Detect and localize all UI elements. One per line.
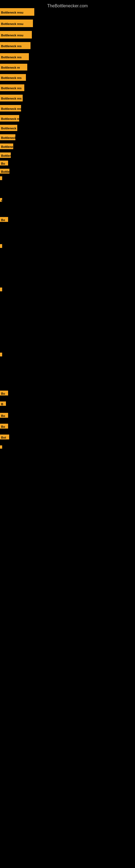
bar-item-9: Bottleneck res bbox=[0, 95, 23, 101]
bar-label-18 bbox=[0, 176, 2, 180]
bar-item-18 bbox=[0, 176, 1, 180]
bar-label-12: Bottleneck r bbox=[0, 125, 17, 131]
bar-item-24 bbox=[0, 244, 1, 248]
bar-item-6: Bottleneck re bbox=[0, 64, 27, 70]
bar-item-31: B bbox=[0, 401, 6, 406]
bar-item-11: Bottleneck re bbox=[0, 115, 19, 122]
bar-item-10: Bottleneck res bbox=[0, 105, 21, 112]
bar-label-29 bbox=[0, 352, 2, 356]
bar-item-13: Bottleneck r bbox=[0, 134, 15, 140]
bar-label-6: Bottleneck re bbox=[0, 64, 27, 70]
bar-label-35 bbox=[0, 445, 2, 448]
bar-item-26 bbox=[0, 287, 1, 291]
bar-label-20: c bbox=[0, 198, 2, 202]
bar-label-14: Bottleneck s bbox=[0, 144, 13, 149]
bar-label-8: Bottleneck res bbox=[0, 84, 24, 91]
bar-item-29 bbox=[0, 352, 1, 356]
bar-label-10: Bottleneck res bbox=[0, 105, 21, 112]
bar-item-12: Bottleneck r bbox=[0, 125, 17, 131]
bar-label-17: Bottle bbox=[0, 169, 9, 174]
bar-label-2: Bottleneck resu bbox=[0, 20, 33, 27]
bar-item-33: Bo bbox=[0, 424, 8, 429]
bar-label-7: Bottleneck res bbox=[0, 74, 26, 81]
bar-item-2: Bottleneck resu bbox=[0, 20, 33, 27]
bar-item-35 bbox=[0, 445, 1, 448]
bar-label-1: Bottleneck resu bbox=[0, 8, 34, 16]
bar-item-15: Bottlen bbox=[0, 152, 11, 158]
bar-label-26 bbox=[0, 287, 2, 291]
bar-label-32: Bo bbox=[0, 413, 8, 418]
bar-item-32: Bo bbox=[0, 413, 8, 418]
bar-item-4: Bottleneck res bbox=[0, 42, 31, 49]
bar-label-16: Bo bbox=[0, 161, 8, 165]
bar-label-24 bbox=[0, 244, 2, 248]
bar-label-30: Bo bbox=[0, 391, 8, 396]
bar-label-3: Bottleneck resu bbox=[0, 31, 32, 38]
bar-label-4: Bottleneck res bbox=[0, 42, 31, 49]
bar-label-13: Bottleneck r bbox=[0, 134, 15, 140]
bar-item-30: Bo bbox=[0, 391, 8, 396]
bar-item-34: Bot bbox=[0, 435, 9, 439]
bar-item-3: Bottleneck resu bbox=[0, 31, 32, 38]
bar-item-8: Bottleneck res bbox=[0, 84, 24, 91]
bar-label-34: Bot bbox=[0, 435, 9, 439]
bar-label-11: Bottleneck re bbox=[0, 115, 19, 122]
bar-item-7: Bottleneck res bbox=[0, 74, 26, 81]
bar-item-17: Bottle bbox=[0, 169, 9, 174]
bar-item-20: c bbox=[0, 198, 2, 202]
bar-label-15: Bottlen bbox=[0, 152, 11, 158]
bar-item-1: Bottleneck resu bbox=[0, 8, 34, 16]
bar-label-31: B bbox=[0, 401, 6, 406]
bar-label-5: Bottleneck res bbox=[0, 53, 29, 60]
bar-label-22: Bo bbox=[0, 217, 8, 222]
bar-label-33: Bo bbox=[0, 424, 8, 429]
bar-item-5: Bottleneck res bbox=[0, 53, 29, 60]
bar-item-14: Bottleneck s bbox=[0, 144, 13, 149]
bar-item-16: Bo bbox=[0, 161, 8, 165]
bar-item-22: Bo bbox=[0, 217, 8, 222]
bar-label-9: Bottleneck res bbox=[0, 95, 23, 101]
